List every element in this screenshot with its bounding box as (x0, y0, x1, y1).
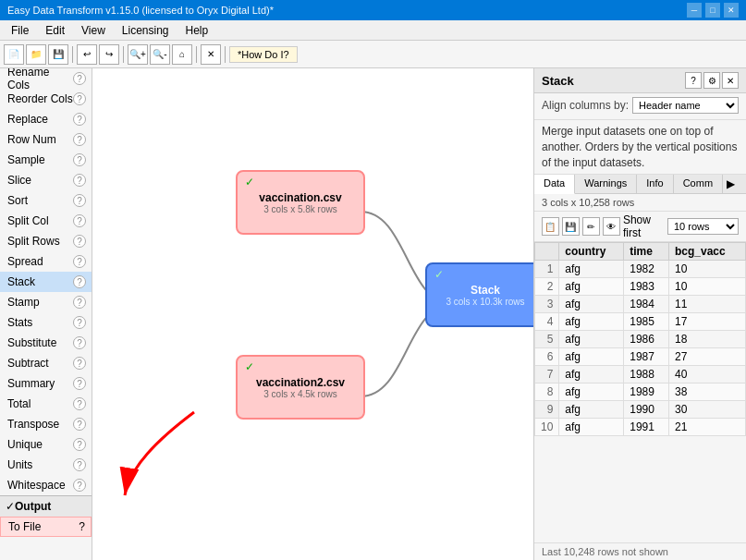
align-columns-row: Align columns by: Header name Column num… (542, 97, 739, 114)
slice-help-icon[interactable]: ? (73, 174, 86, 187)
sidebar-item-whitespace[interactable]: Whitespace ? (0, 475, 92, 495)
country-cell: afg (559, 296, 624, 313)
zoom-fit-button[interactable]: ⌂ (172, 44, 192, 65)
sidebar-item-units[interactable]: Units ? (0, 455, 92, 475)
sidebar-item-transpose[interactable]: Transpose ? (0, 414, 92, 434)
sidebar-item-stats[interactable]: Stats ? (0, 312, 92, 333)
sidebar-item-to-file[interactable]: To File ? (0, 517, 92, 537)
show-rows-select[interactable]: 10 rows 100 rows 1000 rows (667, 218, 739, 235)
align-columns-select[interactable]: Header name Column number (632, 97, 739, 114)
rename-cols-help-icon[interactable]: ? (73, 72, 86, 85)
howdo-button[interactable]: *How Do I? (229, 46, 298, 63)
to-file-help-icon[interactable]: ? (79, 520, 85, 533)
subtract-help-icon[interactable]: ? (73, 357, 86, 370)
menu-edit[interactable]: Edit (38, 22, 72, 39)
menu-licensing[interactable]: Licensing (115, 22, 177, 39)
maximize-button[interactable]: □ (705, 3, 720, 18)
transpose-help-icon[interactable]: ? (73, 418, 86, 431)
canvas-area[interactable]: ✓ vaccination.csv 3 cols x 5.8k rows ✓ S… (92, 68, 533, 560)
row-num-help-icon[interactable]: ? (73, 133, 86, 146)
tab-info[interactable]: Info (637, 175, 673, 193)
spread-help-icon[interactable]: ? (73, 255, 86, 268)
tab-data[interactable]: Data (534, 175, 575, 194)
unique-help-icon[interactable]: ? (73, 438, 86, 451)
summary-help-icon[interactable]: ? (73, 377, 86, 390)
col-header-bcg-vacc: bcg_vacc (668, 243, 745, 261)
replace-help-icon[interactable]: ? (73, 113, 86, 126)
tab-scroll-right[interactable]: ▶ (723, 175, 739, 193)
tab-warnings[interactable]: Warnings (575, 175, 637, 193)
node3-check-icon: ✓ (245, 360, 254, 373)
stop-button[interactable]: ✕ (201, 44, 221, 65)
split-rows-help-icon[interactable]: ? (73, 235, 86, 248)
sidebar-item-spread[interactable]: Spread ? (0, 251, 92, 272)
right-panel-title: Stack (542, 74, 574, 88)
sidebar-item-subtract[interactable]: Subtract ? (0, 353, 92, 373)
menu-view[interactable]: View (74, 22, 113, 39)
whitespace-help-icon[interactable]: ? (73, 479, 86, 492)
sidebar-item-unique[interactable]: Unique ? (0, 434, 92, 455)
sample-help-icon[interactable]: ? (73, 153, 86, 166)
sidebar-item-sample[interactable]: Sample ? (0, 150, 92, 170)
substitute-help-icon[interactable]: ? (73, 336, 86, 349)
edit-button[interactable]: ✏ (582, 217, 600, 236)
redo-button[interactable]: ↪ (99, 44, 119, 65)
save-button[interactable]: 💾 (48, 44, 68, 65)
country-cell: afg (559, 383, 624, 401)
sidebar-item-total[interactable]: Total ? (0, 394, 92, 414)
rp-close-button[interactable]: ✕ (722, 72, 739, 89)
save-data-button[interactable]: 💾 (562, 217, 580, 236)
reorder-cols-help-icon[interactable]: ? (73, 92, 86, 105)
stamp-help-icon[interactable]: ? (73, 296, 86, 309)
copy-button[interactable]: 📋 (542, 217, 559, 236)
time-cell: 1985 (624, 313, 669, 331)
view-button[interactable]: 👁 (603, 217, 620, 236)
country-cell: afg (559, 278, 624, 296)
undo-button[interactable]: ↩ (77, 44, 97, 65)
minimize-button[interactable]: ─ (687, 3, 702, 18)
row-num-cell: 9 (535, 401, 559, 419)
sidebar-item-summary[interactable]: Summary ? (0, 373, 92, 394)
data-table-container: country time bcg_vacc 1 afg 1982 10 2 af… (534, 242, 746, 542)
sidebar-item-rename-cols[interactable]: Rename Cols ? (0, 68, 92, 89)
zoom-in-button[interactable]: 🔍+ (128, 44, 148, 65)
titlebar-title: Easy Data Transform v1.15.0 (licensed to… (7, 5, 274, 16)
toolbar-separator-4 (225, 46, 226, 63)
node-stack[interactable]: ✓ Stack 3 cols x 10.3k rows (425, 262, 533, 327)
sidebar-item-slice[interactable]: Slice ? (0, 170, 92, 190)
close-button[interactable]: ✕ (724, 3, 739, 18)
rp-help-button[interactable]: ? (685, 72, 702, 89)
node-vaccination-csv[interactable]: ✓ vaccination.csv 3 cols x 5.8k rows (236, 170, 365, 235)
sidebar-item-row-num[interactable]: Row Num ? (0, 129, 92, 150)
total-help-icon[interactable]: ? (73, 397, 86, 410)
tab-comm[interactable]: Comm (674, 175, 723, 193)
sidebar-item-reorder-cols[interactable]: Reorder Cols ? (0, 89, 92, 109)
menu-help[interactable]: Help (178, 22, 216, 39)
new-button[interactable]: 📄 (4, 44, 24, 65)
right-panel-desc-text: Merge input datasets one on top of anoth… (542, 125, 737, 169)
stack-help-icon[interactable]: ? (73, 275, 86, 288)
country-cell: afg (559, 331, 624, 348)
units-help-icon[interactable]: ? (73, 458, 86, 471)
zoom-out-button[interactable]: 🔍- (150, 44, 170, 65)
rp-settings-button[interactable]: ⚙ (703, 72, 720, 89)
node-vaccination2-csv[interactable]: ✓ vaccination2.csv 3 cols x 4.5k rows (236, 355, 365, 420)
sidebar-item-replace[interactable]: Replace ? (0, 109, 92, 129)
toolbar-separator-3 (196, 46, 197, 63)
split-col-help-icon[interactable]: ? (73, 214, 86, 227)
open-button[interactable]: 📁 (26, 44, 46, 65)
menu-file[interactable]: File (4, 22, 36, 39)
stats-help-icon[interactable]: ? (73, 316, 86, 329)
bcg-vacc-cell: 18 (668, 331, 745, 348)
node2-title: Stack (471, 284, 500, 297)
sidebar-item-split-rows[interactable]: Split Rows ? (0, 231, 92, 251)
sidebar-item-sort[interactable]: Sort ? (0, 190, 92, 211)
sidebar-item-substitute[interactable]: Substitute ? (0, 333, 92, 353)
bcg-vacc-cell: 11 (668, 296, 745, 313)
data-table: country time bcg_vacc 1 afg 1982 10 2 af… (534, 242, 746, 436)
sidebar-item-stamp[interactable]: Stamp ? (0, 292, 92, 312)
sidebar-item-stack[interactable]: Stack ? (0, 272, 92, 292)
country-cell: afg (559, 401, 624, 419)
sidebar-item-split-col[interactable]: Split Col ? (0, 211, 92, 231)
sort-help-icon[interactable]: ? (73, 194, 86, 207)
